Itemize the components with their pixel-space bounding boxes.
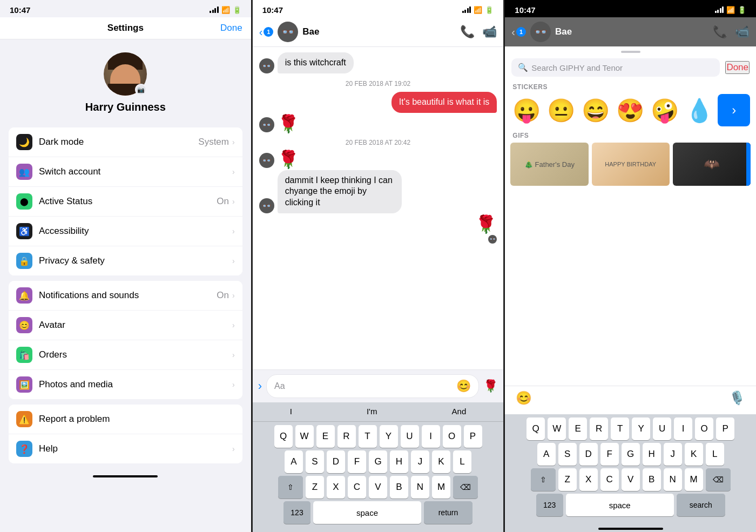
suggestion-i[interactable]: I [284, 405, 299, 418]
key-gif-f[interactable]: F [600, 443, 619, 466]
key-backspace[interactable]: ⌫ [453, 476, 478, 499]
key-123[interactable]: 123 [284, 501, 310, 524]
key-gif-123[interactable]: 123 [536, 494, 563, 516]
key-gif-shift[interactable]: ⇧ [531, 468, 556, 491]
key-gif-x[interactable]: X [579, 468, 598, 491]
key-a[interactable]: A [285, 450, 303, 473]
key-h[interactable]: H [390, 450, 408, 473]
key-gif-p[interactable]: P [716, 417, 734, 440]
key-gif-s[interactable]: S [558, 443, 577, 466]
avatar-camera-icon[interactable]: 📷 [135, 84, 147, 96]
key-k[interactable]: K [432, 450, 450, 473]
suggestion-and[interactable]: And [446, 405, 473, 418]
gif-phone-button[interactable]: 📞 [713, 25, 727, 39]
settings-item-photos[interactable]: 🖼️ Photos and media › [9, 370, 242, 399]
key-gif-z[interactable]: Z [558, 468, 577, 491]
sticker-laughing[interactable]: 😛 [510, 94, 543, 126]
microphone-icon[interactable]: 🎙️ [729, 390, 745, 406]
video-call-button[interactable]: 📹 [482, 25, 497, 39]
key-f[interactable]: F [348, 450, 366, 473]
key-gif-d[interactable]: D [579, 443, 598, 466]
key-gif-q[interactable]: Q [526, 417, 545, 440]
settings-item-avatar[interactable]: 😊 Avatar › [9, 311, 242, 340]
emoji-button[interactable]: 😊 [456, 379, 471, 393]
key-gif-y[interactable]: Y [632, 417, 650, 440]
settings-item-orders[interactable]: 🛍️ Orders › [9, 340, 242, 370]
key-gif-n[interactable]: N [664, 468, 682, 491]
settings-item-accessibility[interactable]: ♿ Accessibility › [9, 217, 242, 246]
sticker-neutral[interactable]: 😐 [545, 94, 577, 126]
sticker-hearts[interactable]: 😍 [614, 94, 646, 126]
gif-happy-birthday[interactable]: HAPPY BIRTHDAY [592, 143, 670, 186]
key-gif-e[interactable]: E [569, 417, 587, 440]
key-j[interactable]: J [411, 450, 429, 473]
emoji-bottom-icon[interactable]: 😊 [516, 390, 532, 406]
settings-item-help[interactable]: ❓ Help › [9, 434, 242, 463]
settings-item-report[interactable]: ⚠️ Report a problem [9, 405, 242, 434]
settings-done-button[interactable]: Done [220, 23, 242, 33]
key-i[interactable]: I [422, 425, 440, 448]
gif-fathers-day[interactable]: 🎄 Father's Day [510, 143, 588, 186]
gif-search-bar[interactable]: 🔍 Search GIPHY and Tenor [511, 58, 720, 77]
key-gif-m[interactable]: M [685, 468, 703, 491]
key-shift[interactable]: ⇧ [278, 476, 303, 499]
key-return[interactable]: return [424, 501, 473, 524]
key-e[interactable]: E [316, 425, 335, 448]
key-gif-backspace[interactable]: ⌫ [706, 468, 731, 491]
key-gif-i[interactable]: I [674, 417, 692, 440]
sticker-happy[interactable]: 😄 [579, 94, 612, 126]
key-gif-search[interactable]: search [677, 494, 725, 516]
key-gif-b[interactable]: B [643, 468, 661, 491]
key-gif-t[interactable]: T [611, 417, 629, 440]
chat-back-button[interactable]: ‹ 1 [259, 26, 274, 38]
settings-item-switch-account[interactable]: 👥 Switch account › [9, 157, 242, 187]
key-x[interactable]: X [327, 476, 345, 499]
key-w[interactable]: W [295, 425, 314, 448]
key-n[interactable]: N [411, 476, 429, 499]
key-gif-a[interactable]: A [537, 443, 556, 466]
gif-movie[interactable]: 🦇 [673, 143, 751, 186]
key-g[interactable]: G [369, 450, 387, 473]
settings-item-active-status[interactable]: ⬤ Active Status On › [9, 187, 242, 217]
key-gif-w[interactable]: W [548, 417, 566, 440]
key-gif-r[interactable]: R [590, 417, 608, 440]
key-u[interactable]: U [401, 425, 419, 448]
key-gif-h[interactable]: H [643, 443, 661, 466]
key-z[interactable]: Z [306, 476, 324, 499]
key-r[interactable]: R [338, 425, 356, 448]
sticker-wild[interactable]: 🤪 [649, 94, 681, 126]
rose-send-button[interactable]: 🌹 [483, 379, 498, 393]
key-gif-v[interactable]: V [622, 468, 640, 491]
key-p[interactable]: P [464, 425, 482, 448]
key-gif-k[interactable]: K [685, 443, 703, 466]
key-y[interactable]: Y [380, 425, 398, 448]
key-gif-u[interactable]: U [653, 417, 671, 440]
settings-item-dark-mode[interactable]: 🌙 Dark mode System › [9, 127, 242, 157]
gif-back-button[interactable]: ‹ 1 [511, 26, 526, 38]
key-l[interactable]: L [453, 450, 471, 473]
phone-call-button[interactable]: 📞 [460, 25, 475, 39]
key-q[interactable]: Q [274, 425, 293, 448]
key-gif-j[interactable]: J [664, 443, 682, 466]
key-gif-l[interactable]: L [706, 443, 724, 466]
key-d[interactable]: D [327, 450, 345, 473]
key-gif-c[interactable]: C [600, 468, 619, 491]
key-m[interactable]: M [432, 476, 450, 499]
gif-done-button[interactable]: Done [725, 61, 750, 74]
key-space[interactable]: space [313, 501, 421, 524]
key-c[interactable]: C [348, 476, 366, 499]
key-gif-g[interactable]: G [622, 443, 640, 466]
key-v[interactable]: V [369, 476, 387, 499]
chat-input-field[interactable]: Aa 😊 [266, 374, 479, 398]
settings-item-notifications[interactable]: 🔔 Notifications and sounds On › [9, 281, 242, 311]
sticker-drop[interactable]: 💧 [683, 94, 716, 126]
expand-button[interactable]: › [258, 379, 262, 393]
key-o[interactable]: O [443, 425, 461, 448]
key-gif-o[interactable]: O [695, 417, 713, 440]
settings-item-privacy[interactable]: 🔒 Privacy & safety › [9, 246, 242, 275]
sticker-more-button[interactable]: › [718, 94, 750, 126]
suggestion-im[interactable]: I'm [360, 405, 384, 418]
gif-video-button[interactable]: 📹 [735, 25, 750, 39]
key-t[interactable]: T [359, 425, 377, 448]
key-b[interactable]: B [390, 476, 408, 499]
